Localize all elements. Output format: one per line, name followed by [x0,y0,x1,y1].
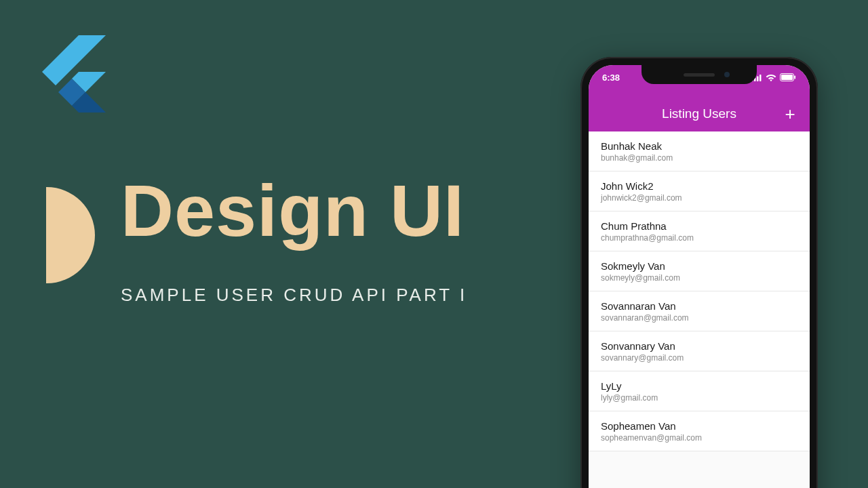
svg-rect-8 [760,75,762,81]
slide-stage: Design UI SAMPLE USER CRUD API PART I 6:… [0,0,868,488]
list-item[interactable]: Sovannaran Vansovannaran@gmail.com [589,291,810,331]
headline: Design UI [121,172,465,249]
user-email: bunhak@gmail.com [601,153,797,163]
user-name: Sovannaran Van [601,300,797,312]
decorative-half-circle [46,187,95,283]
phone-notch [642,65,757,84]
user-email: lyly@gmail.com [601,393,797,403]
user-email: johnwick2@gmail.com [601,193,797,203]
user-name: Sonvannary Van [601,340,797,352]
user-email: sovannary@gmail.com [601,353,797,363]
svg-rect-12 [794,76,795,79]
user-name: Sokmeyly Van [601,260,797,272]
list-empty-tail [589,451,810,488]
user-email: sovannaran@gmail.com [601,313,797,323]
wifi-icon [766,73,776,81]
user-name: John Wick2 [601,180,797,192]
user-name: Sopheamen Van [601,420,797,432]
status-time: 6:38 [602,73,620,83]
list-item[interactable]: LyLylyly@gmail.com [589,371,810,411]
phone-frame: 6:38 Listing Users [580,57,818,488]
user-name: LyLy [601,380,797,392]
list-item[interactable]: Bunhak Neakbunhak@gmail.com [589,131,810,171]
user-list: Bunhak Neakbunhak@gmail.comJohn Wick2joh… [589,131,810,451]
app-bar: Listing Users + [589,96,810,131]
list-item[interactable]: Sopheamen Vansopheamenvan@gmail.com [589,411,810,451]
phone-screen: 6:38 Listing Users [589,65,810,488]
battery-full-icon [780,73,796,81]
user-name: Chum Prathna [601,220,797,232]
plus-icon: + [785,104,795,125]
user-email: sokmeyly@gmail.com [601,273,797,283]
user-email: sopheamenvan@gmail.com [601,433,797,443]
svg-point-9 [770,79,772,81]
user-name: Bunhak Neak [601,140,797,152]
svg-rect-7 [757,76,759,81]
appbar-title: Listing Users [662,106,736,121]
list-item[interactable]: Sonvannary Vansovannary@gmail.com [589,331,810,371]
svg-rect-11 [781,75,793,80]
list-item[interactable]: Sokmeyly Vansokmeyly@gmail.com [589,251,810,291]
flutter-logo [38,35,106,117]
list-item[interactable]: Chum Prathnachumprathna@gmail.com [589,211,810,251]
user-email: chumprathna@gmail.com [601,233,797,243]
list-item[interactable]: John Wick2johnwick2@gmail.com [589,171,810,211]
subtitle: SAMPLE USER CRUD API PART I [121,285,467,306]
add-user-button[interactable]: + [780,104,800,124]
